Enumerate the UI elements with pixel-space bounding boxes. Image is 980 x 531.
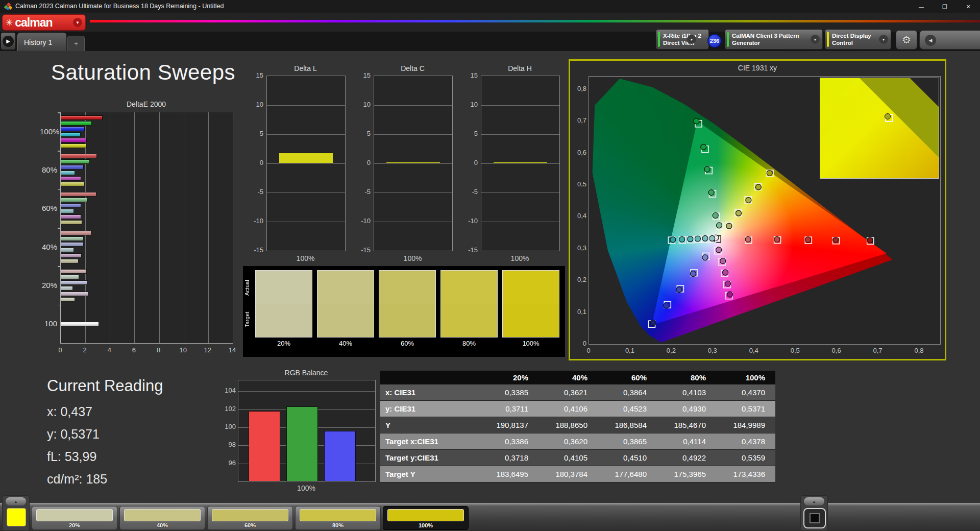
chevron-down-icon[interactable]: ▼: [879, 35, 888, 44]
add-tab-button[interactable]: +: [67, 36, 85, 51]
swatch-column-60%[interactable]: 60%: [379, 270, 436, 347]
swatch-column-100%[interactable]: 100%: [502, 270, 559, 347]
cyan-sweep-measured: [709, 235, 715, 241]
y-tick-15: 15: [247, 71, 263, 79]
row-label: Target Y: [380, 470, 477, 478]
cie-1931-panel: CIE 1931 xy 00,10,20,30,40,50,60,70,800,…: [569, 59, 946, 360]
chevron-down-icon[interactable]: ▼: [811, 35, 820, 44]
table-cell: 0,4378: [714, 437, 773, 446]
deltae-bar: [61, 231, 91, 235]
table-cell: 0,3718: [477, 453, 536, 462]
table-cell: 190,8137: [477, 421, 536, 429]
pattern-label-40%: 40%: [120, 522, 205, 528]
expand-patterns-button[interactable]: ▲: [6, 497, 26, 505]
cie-chart-title: CIE 1931 xy: [570, 64, 945, 72]
red-sweep-measured: [867, 237, 873, 243]
gridline-y-5: [374, 134, 452, 135]
cie-y-tick-0,3: 0,3: [572, 244, 586, 252]
bar-group-80%: [61, 151, 233, 189]
x-tick-10: 10: [178, 346, 188, 354]
chevron-up-button[interactable]: ▲: [804, 497, 824, 505]
minimize-icon[interactable]: —: [910, 0, 933, 13]
calman-logo-icon: ✳: [6, 17, 13, 28]
deltae-bar: [61, 275, 79, 279]
pattern-button-60%[interactable]: 60%: [207, 506, 293, 530]
collapse-panel-button[interactable]: ◀: [919, 30, 980, 50]
deltae-bar: [61, 286, 73, 291]
chevron-up-icon: ▲: [14, 500, 18, 503]
pattern-button-80%[interactable]: 80%: [295, 506, 381, 530]
swatch-80%: [440, 270, 498, 337]
deltae-bar: [61, 192, 96, 197]
blue-sweep-measured: [664, 303, 669, 308]
group-label-20%: 20%: [40, 281, 57, 289]
cyan-sweep-measured: [695, 236, 700, 242]
cie-y-tick-0,8: 0,8: [572, 85, 586, 92]
cie-y-tick-0,5: 0,5: [572, 180, 586, 188]
deltae-bar: [61, 132, 81, 137]
table-cell: 175,3965: [655, 470, 714, 478]
maximize-icon[interactable]: ❐: [933, 0, 957, 13]
table-cell: 0,4105: [536, 453, 596, 462]
cyan-sweep-measured: [670, 237, 676, 243]
tab-scroll-button[interactable]: ▶: [1, 33, 15, 50]
x-tick-14: 14: [227, 346, 237, 354]
red-sweep-measured: [805, 237, 811, 243]
delta-bar: [279, 153, 333, 163]
axis-tick: [58, 112, 60, 113]
deltae-bar: [61, 242, 84, 247]
pattern-button-40%[interactable]: 40%: [119, 506, 205, 530]
chevron-down-icon[interactable]: ▼: [687, 35, 696, 44]
deltae-bar: [61, 143, 87, 148]
swatch-label-40%: 40%: [317, 340, 374, 347]
pattern-button-20%[interactable]: 20%: [32, 506, 117, 530]
deltae-bar: [61, 203, 81, 208]
bar-group-20%: [61, 266, 233, 304]
row-label: x: CIE31: [380, 388, 477, 397]
settings-button[interactable]: ⚙: [896, 30, 917, 50]
meter-device-button[interactable]: X-Rite i1Pro 2 Direct View ▼: [656, 29, 709, 50]
pattern-label-80%: 80%: [296, 522, 380, 528]
table-cell: 177,6480: [596, 470, 655, 478]
y-tick-98: 98: [218, 441, 236, 448]
delta-l-plot-area: [266, 76, 346, 251]
y-tick--10: -10: [461, 217, 478, 225]
table-cell: 173,4336: [714, 470, 773, 478]
delta-bar: [386, 162, 440, 163]
display-control-button[interactable]: Direct Display Control ▼: [825, 29, 891, 50]
table-cell: 0,4106: [536, 404, 596, 413]
target-swatch-80%: [441, 304, 497, 337]
current-pattern-swatch[interactable]: [7, 508, 26, 526]
calman-menu-button[interactable]: ✳ calman ▼: [2, 14, 86, 31]
table-cell: 0,4370: [714, 388, 773, 397]
blue-sweep-measured: [650, 320, 656, 326]
table-cell: 185,4670: [655, 421, 714, 429]
deltae-bar: [61, 121, 92, 126]
green-sweep-measured: [713, 212, 718, 218]
pattern-label-60%: 60%: [208, 522, 292, 528]
swatch-column-20%[interactable]: 20%: [255, 270, 312, 347]
table-cell: 0,3865: [596, 437, 655, 446]
table-cell: 180,3784: [536, 470, 596, 478]
row-label: Y: [380, 421, 477, 429]
current-pattern-panel: ▲: [2, 495, 30, 531]
rgb-balance-plot-area: [238, 380, 376, 482]
meter-count-badge[interactable]: 236: [707, 34, 722, 48]
close-icon[interactable]: ✕: [957, 0, 980, 13]
x-tick-8: 8: [154, 346, 164, 354]
pattern-window-button[interactable]: [803, 508, 826, 528]
deltae2000-chart-title: DeltaE 2000: [60, 100, 232, 108]
y-tick--10: -10: [354, 217, 371, 225]
tab-history-1[interactable]: History 1: [17, 33, 66, 51]
current-reading-y: y: 0,5371: [47, 427, 100, 442]
y-tick--5: -5: [461, 188, 478, 196]
deltae-bar: [61, 220, 82, 225]
swatch-column-80%[interactable]: 80%: [440, 270, 498, 347]
swatch-column-40%[interactable]: 40%: [317, 270, 374, 347]
pattern-source-button[interactable]: CalMAN Client 3 Pattern Generator ▼: [725, 29, 823, 50]
table-row-target-x-cie31: Target x:CIE310,33860,36200,38650,41140,…: [380, 433, 775, 450]
gridline-x-14: [233, 112, 233, 343]
pattern-button-100%[interactable]: 100%: [383, 506, 469, 530]
axis-tick: [58, 305, 60, 306]
deltae-bar: [61, 182, 85, 186]
